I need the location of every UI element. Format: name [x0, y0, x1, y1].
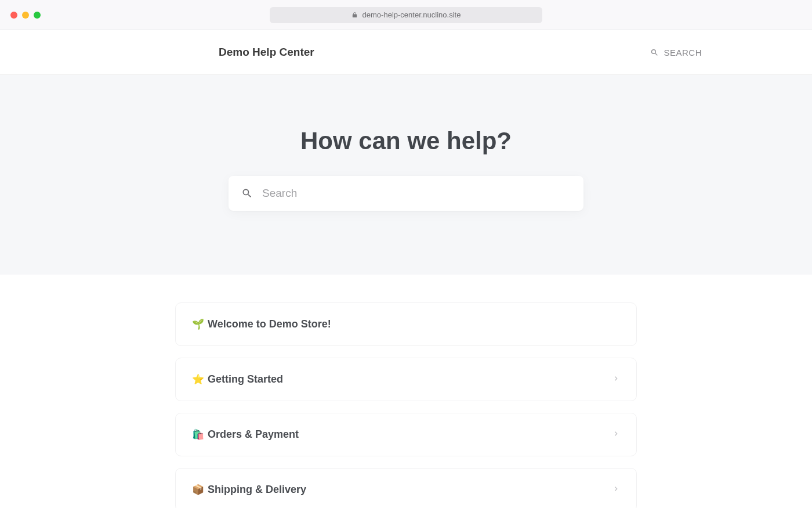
window-minimize-button[interactable]	[22, 12, 29, 19]
hero-search-box[interactable]	[229, 176, 583, 211]
category-title: 🌱Welcome to Demo Store!	[192, 318, 331, 330]
window-close-button[interactable]	[10, 12, 17, 19]
category-card[interactable]: ⭐Getting Started	[175, 358, 637, 401]
category-label: Getting Started	[208, 373, 283, 385]
category-emoji-icon: 🌱	[192, 318, 204, 330]
category-label: Shipping & Delivery	[208, 484, 306, 496]
category-card[interactable]: 🌱Welcome to Demo Store!	[175, 302, 637, 346]
category-emoji-icon: ⭐	[192, 373, 204, 385]
site-header: Demo Help Center SEARCH	[0, 30, 812, 75]
url-bar[interactable]: demo-help-center.nuclino.site	[270, 7, 542, 23]
window-controls	[10, 12, 41, 19]
category-label: Orders & Payment	[208, 428, 299, 441]
category-title: 📦Shipping & Delivery	[192, 484, 306, 496]
category-title: ⭐Getting Started	[192, 373, 283, 385]
chevron-right-icon	[612, 430, 620, 440]
category-card[interactable]: 🛍️Orders & Payment	[175, 413, 637, 456]
header-search-label: SEARCH	[664, 48, 702, 57]
category-title: 🛍️Orders & Payment	[192, 428, 299, 441]
hero-heading: How can we help?	[0, 127, 812, 155]
url-text: demo-help-center.nuclino.site	[362, 10, 461, 19]
category-emoji-icon: 🛍️	[192, 428, 204, 441]
search-icon	[650, 48, 659, 57]
category-list: 🌱Welcome to Demo Store!⭐Getting Started🛍…	[164, 302, 648, 508]
chevron-right-icon	[612, 374, 620, 385]
chevron-right-icon	[612, 485, 620, 495]
header-search-button[interactable]: SEARCH	[650, 48, 702, 57]
search-icon	[241, 188, 253, 199]
hero-section: How can we help?	[0, 75, 812, 275]
category-card[interactable]: 📦Shipping & Delivery	[175, 468, 637, 508]
category-label: Welcome to Demo Store!	[208, 318, 331, 330]
browser-chrome: demo-help-center.nuclino.site	[0, 0, 812, 30]
brand-title[interactable]: Demo Help Center	[219, 46, 314, 59]
lock-icon	[351, 12, 358, 18]
category-emoji-icon: 📦	[192, 484, 204, 496]
window-maximize-button[interactable]	[34, 12, 41, 19]
hero-search-input[interactable]	[262, 187, 571, 200]
